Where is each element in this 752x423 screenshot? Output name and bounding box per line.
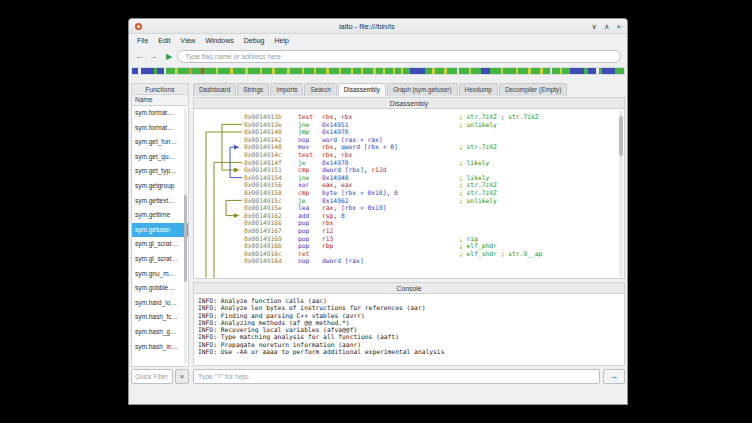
console-log: INFO: Analyze function calls (aac)INFO: …	[193, 294, 625, 366]
function-item[interactable]: sym.gl_scrat…	[132, 237, 188, 252]
disassembly-line[interactable]: 0x0014913btestrbx, rbx; str.7zXZ ; str.7…	[244, 113, 616, 121]
disassembly-line[interactable]: 0x00149140jmp0x14970	[244, 128, 616, 136]
function-item[interactable]: sym.get_fun…	[132, 135, 188, 150]
function-item[interactable]: sym.hash_fc…	[132, 310, 188, 325]
function-item[interactable]: sym.format…	[132, 121, 188, 136]
menu-windows[interactable]: Windows	[205, 37, 233, 44]
instruction-operand: [rbx + 0x10]	[341, 204, 387, 211]
instruction-mnemonic: mov	[298, 143, 322, 151]
instruction-operand: ,	[333, 204, 341, 211]
disassembly-line[interactable]: 0x00149154jne0x14948; likely	[244, 174, 616, 182]
instruction-address: 0x0014915e	[244, 204, 298, 212]
menu-view[interactable]: View	[180, 37, 195, 44]
memory-map-segment	[361, 68, 363, 74]
disassembly-line[interactable]: 0x0014916dnopdword [rax]	[244, 257, 616, 265]
tab-decompiler-empty[interactable]: Decompiler (Empty)	[499, 83, 567, 96]
console-line: INFO: Type matching analysis for all fun…	[198, 333, 620, 340]
functions-dock-title[interactable]: Functions	[131, 83, 189, 95]
instruction-mnemonic: test	[298, 151, 322, 159]
menu-edit[interactable]: Edit	[158, 37, 170, 44]
disassembly-scrollbar[interactable]	[619, 110, 623, 277]
memory-map[interactable]	[131, 67, 625, 75]
tab-search[interactable]: Search	[304, 83, 336, 96]
instruction-address: 0x00149156	[244, 181, 298, 189]
close-button[interactable]: ×	[617, 19, 621, 34]
disassembly-view[interactable]: 0x0014913btestrbx, rbx; str.7zXZ ; str.7…	[193, 109, 625, 279]
tab-graph-sym-getuser[interactable]: Graph (sym.getuser)	[387, 83, 458, 96]
title-bar[interactable]: iaito - file:///bin/ls ∨ ∧ ×	[129, 19, 627, 34]
disassembly-line[interactable]: 0x00149148movrbx, qword [rbx + 8]; str.7…	[244, 143, 616, 151]
forward-button[interactable]: →	[149, 47, 158, 66]
instruction-operand: r12	[322, 227, 333, 234]
disassembly-line[interactable]: 0x0014915elearax, [rbx + 0x10]	[244, 204, 616, 212]
quick-filter-input[interactable]	[131, 369, 173, 384]
function-item[interactable]: sym.hash_in…	[132, 340, 188, 355]
memory-map-segment	[383, 68, 385, 74]
window-title: iaito - file:///bin/ls	[142, 22, 592, 31]
instruction-mnemonic: pop	[298, 235, 322, 243]
tab-strings[interactable]: Strings	[237, 83, 269, 96]
memory-map-segment	[501, 68, 503, 74]
function-item[interactable]: sym.gl_scrat…	[132, 252, 188, 267]
memory-map-segment	[560, 68, 562, 74]
console-line: INFO: Analyze function calls (aac)	[198, 297, 620, 304]
disassembly-line[interactable]: 0x0014916cret; elf_shdr ; str.9__ap	[244, 250, 616, 258]
disassembly-line[interactable]: 0x00149166poprbx	[244, 219, 616, 227]
instruction-mnemonic: pop	[298, 219, 322, 227]
disassembly-line[interactable]: 0x00149167popr12	[244, 227, 616, 235]
disassembly-line[interactable]: 0x0014914ctestrbx, rbx	[244, 151, 616, 159]
console-dock-title[interactable]: Console	[193, 282, 625, 294]
disassembly-line[interactable]: 0x00149156xoreax, eax; str.7zXZ	[244, 181, 616, 189]
function-item[interactable]: sym.gettext…	[132, 194, 188, 209]
instruction-operand: dword [rax]	[322, 257, 364, 264]
function-item[interactable]: sym.format…	[132, 106, 188, 121]
menu-debug[interactable]: Debug	[244, 37, 265, 44]
function-item[interactable]: sym.gettime	[132, 208, 188, 223]
tab-imports[interactable]: Imports	[270, 83, 303, 96]
console-execute-button[interactable]: →	[603, 369, 625, 384]
function-item[interactable]: sym.gobble…	[132, 281, 188, 296]
console-input[interactable]	[193, 369, 600, 384]
functions-scrollbar-thumb[interactable]	[184, 195, 187, 283]
console-input-row: →	[193, 369, 625, 384]
functions-name-column-header[interactable]: Name	[131, 95, 189, 106]
disassembly-line[interactable]: 0x00149158cmpbyte [rbx + 0x10], 0; str.7…	[244, 189, 616, 197]
quick-filter-clear-button[interactable]: ×	[175, 369, 189, 384]
memory-map-segment	[339, 68, 341, 74]
functions-scrollbar[interactable]	[184, 107, 187, 365]
console-line: INFO: Use -AA or aaaa to perform additio…	[198, 348, 620, 355]
instruction-mnemonic: test	[298, 113, 322, 121]
maximize-button[interactable]: ∧	[604, 19, 610, 34]
play-button[interactable]: ▶	[166, 47, 172, 66]
function-item[interactable]: sym.get_qu…	[132, 150, 188, 165]
disassembly-line[interactable]: 0x00149151cmpdword [rbx], r12d	[244, 166, 616, 174]
disassembly-line[interactable]: 0x0014913ejne0x14951; unlikely	[244, 121, 616, 129]
tab-dashboard[interactable]: Dashboard	[193, 83, 236, 96]
disassembly-line[interactable]: 0x0014915cje0x14962; unlikely	[244, 197, 616, 205]
menu-help[interactable]: Help	[274, 37, 288, 44]
tab-hexdump[interactable]: Hexdump	[459, 83, 498, 96]
disassembly-line[interactable]: 0x0014916bpoprbp; elf_phdr	[244, 242, 616, 250]
disassembly-line[interactable]: 0x0014914fje0x14970; likely	[244, 159, 616, 167]
workspace: DashboardStringsImportsSearchDisassembly…	[193, 83, 625, 384]
back-button[interactable]: ←	[135, 47, 144, 66]
function-item[interactable]: sym.getuser	[132, 223, 188, 238]
function-item[interactable]: sym.hard_lo…	[132, 296, 188, 311]
memory-map-segment	[189, 68, 192, 74]
memory-map-segment	[602, 68, 615, 74]
function-item[interactable]: sym.getgroup	[132, 179, 188, 194]
disassembly-line[interactable]: 0x00149162addrsp, 8	[244, 212, 616, 220]
minimize-button[interactable]: ∨	[592, 19, 598, 34]
console-line: INFO: Analyze len bytes of instructions …	[198, 304, 620, 311]
menu-file[interactable]: File	[137, 37, 148, 44]
disassembly-scrollbar-thumb[interactable]	[619, 116, 623, 156]
address-search-input[interactable]	[177, 50, 621, 63]
disassembly-line[interactable]: 0x00149142nopword [rax + rax]	[244, 136, 616, 144]
function-item[interactable]: sym.get_typ…	[132, 164, 188, 179]
disassembly-dock-title[interactable]: Disassembly	[193, 97, 625, 109]
function-item[interactable]: sym.gnu_m…	[132, 267, 188, 282]
instruction-mnemonic: pop	[298, 242, 322, 250]
function-item[interactable]: sym.hash_g…	[132, 325, 188, 340]
disassembly-line[interactable]: 0x00149169popr13; rip	[244, 235, 616, 243]
tab-disassembly[interactable]: Disassembly	[338, 83, 386, 96]
